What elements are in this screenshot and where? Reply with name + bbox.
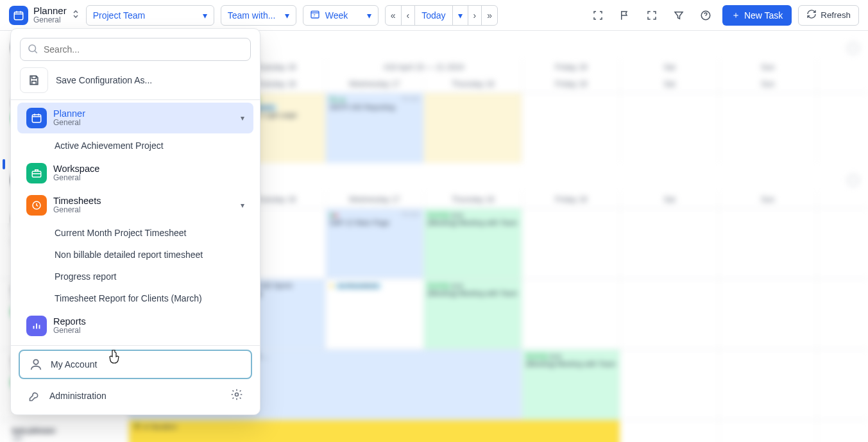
search-input[interactable] bbox=[44, 44, 244, 55]
refresh-button[interactable]: Refresh bbox=[798, 5, 859, 26]
today-dropdown-button[interactable]: ▾ bbox=[453, 6, 468, 25]
svg-rect-0 bbox=[14, 12, 23, 19]
menu-item-subtitle: General bbox=[53, 327, 244, 336]
project-select[interactable]: Project Team ▾ bbox=[86, 5, 214, 26]
menu-search[interactable] bbox=[20, 38, 251, 61]
nav-next-button[interactable]: › bbox=[468, 6, 482, 25]
menu-item-title: Planner bbox=[53, 108, 234, 119]
refresh-label: Refresh bbox=[821, 10, 851, 20]
fullscreen-icon[interactable] bbox=[642, 5, 662, 26]
menu-subitem[interactable]: Non billable detailed report timesheet bbox=[17, 244, 253, 266]
administration-label: Administration bbox=[49, 391, 106, 401]
app-switcher[interactable]: Planner General bbox=[9, 6, 80, 25]
menu-item-subtitle: General bbox=[53, 119, 234, 128]
nav-first-button[interactable]: « bbox=[386, 6, 402, 25]
briefcase-icon bbox=[26, 163, 47, 183]
search-icon bbox=[27, 43, 38, 56]
svg-text:7: 7 bbox=[313, 13, 316, 17]
updown-icon bbox=[72, 9, 80, 21]
help-icon[interactable] bbox=[695, 5, 716, 26]
svg-rect-5 bbox=[32, 115, 41, 123]
menu-item-subtitle: General bbox=[53, 174, 244, 183]
menu-subitem[interactable]: Progress report bbox=[17, 266, 253, 287]
svg-point-4 bbox=[29, 45, 36, 52]
gear-icon[interactable] bbox=[230, 388, 243, 403]
my-account-button[interactable]: My Account bbox=[19, 350, 252, 379]
menu-item-title: Reports bbox=[53, 316, 244, 327]
app-title: Planner bbox=[33, 6, 67, 17]
top-toolbar: Planner General Project Team ▾ Team with… bbox=[0, 0, 868, 31]
menu-subitem[interactable]: Active Achievement Project bbox=[17, 135, 253, 157]
week-value: Week bbox=[325, 10, 348, 21]
today-button[interactable]: Today bbox=[415, 6, 452, 25]
svg-point-9 bbox=[235, 393, 239, 396]
menu-subitem[interactable]: Timesheet Report for Clients (March) bbox=[17, 287, 253, 309]
planner-icon bbox=[26, 108, 47, 128]
menu-app-timesheets[interactable]: Timesheets General ▾ bbox=[17, 190, 253, 221]
my-account-label: My Account bbox=[51, 359, 97, 370]
flag-icon[interactable] bbox=[615, 5, 635, 26]
chevron-down-icon[interactable]: ▾ bbox=[241, 201, 244, 210]
menu-item-title: Timesheets bbox=[53, 196, 234, 207]
chevron-down-icon: ▾ bbox=[367, 10, 371, 21]
menu-app-workspace[interactable]: Workspace General bbox=[17, 158, 253, 189]
svg-point-8 bbox=[33, 360, 38, 364]
filter-icon[interactable] bbox=[668, 5, 689, 26]
focus-icon[interactable] bbox=[588, 5, 608, 26]
app-subtitle: General bbox=[33, 16, 67, 24]
wrench-icon bbox=[28, 389, 42, 402]
chart-icon bbox=[26, 316, 47, 336]
teamwith-value: Team with... bbox=[228, 10, 276, 21]
calendar-icon: 7 bbox=[310, 9, 320, 21]
menu-app-reports[interactable]: Reports General bbox=[17, 310, 253, 341]
menu-item-subtitle: General bbox=[53, 206, 234, 215]
chevron-down-icon[interactable]: ▾ bbox=[241, 114, 244, 123]
new-task-label: New Task bbox=[744, 10, 783, 21]
plus-icon: ＋ bbox=[731, 10, 740, 21]
date-nav-group: « ‹ Today ▾ › » bbox=[385, 5, 498, 26]
project-select-value: Project Team bbox=[93, 10, 145, 21]
save-config-label[interactable]: Save Configuration As... bbox=[56, 75, 152, 85]
planner-app-icon bbox=[9, 6, 28, 25]
teamwith-select[interactable]: Team with... ▾ bbox=[221, 5, 296, 26]
refresh-icon bbox=[806, 9, 817, 21]
save-config-button[interactable] bbox=[20, 67, 48, 93]
chevron-down-icon: ▾ bbox=[285, 10, 289, 21]
chevron-down-icon: ▾ bbox=[203, 10, 207, 21]
left-gutter bbox=[0, 31, 9, 223]
menu-app-planner[interactable]: Planner General ▾ bbox=[17, 103, 253, 133]
app-switcher-menu: Save Configuration As... Planner General… bbox=[10, 28, 260, 415]
administration-button[interactable]: Administration bbox=[19, 382, 252, 409]
new-task-button[interactable]: ＋ New Task bbox=[722, 5, 792, 26]
user-icon bbox=[29, 357, 43, 371]
clock-icon bbox=[26, 195, 47, 216]
menu-item-title: Workspace bbox=[53, 164, 244, 174]
week-select[interactable]: 7 Week ▾ bbox=[303, 5, 379, 26]
nav-last-button[interactable]: » bbox=[482, 6, 497, 25]
menu-subitem[interactable]: Current Month Project Timesheet bbox=[17, 222, 253, 244]
nav-prev-button[interactable]: ‹ bbox=[402, 6, 416, 25]
